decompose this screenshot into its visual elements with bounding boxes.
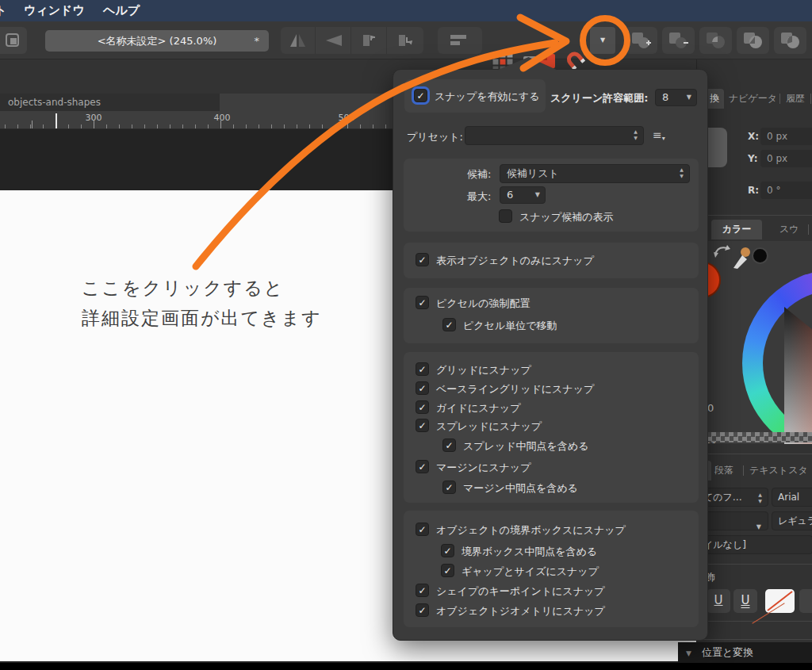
- document-title: <名称未設定> (245.0%): [98, 35, 217, 47]
- stepper-icon[interactable]: ▲ ▼: [756, 492, 764, 504]
- checkbox-label: シェイプのキーポイントにスナップ: [436, 584, 605, 599]
- boolean-divide-button[interactable]: [737, 27, 769, 54]
- checkbox-checked-icon[interactable]: ✓: [416, 381, 429, 395]
- candidates-value: 候補リスト: [507, 167, 559, 181]
- stepper-up-icon[interactable]: ▲: [634, 128, 638, 134]
- alignment-button[interactable]: [438, 27, 482, 54]
- checkbox-label: スナップ候補の表示: [519, 210, 614, 224]
- eyedropper-icon[interactable]: [732, 246, 751, 270]
- stroke-color-swatch[interactable]: [752, 247, 768, 264]
- tab-color[interactable]: カラー: [711, 220, 762, 239]
- hue-triangle[interactable]: [784, 307, 812, 444]
- stepper-icon[interactable]: ▲ ▼: [632, 128, 639, 141]
- preset-menu-button[interactable]: ≡▾: [653, 128, 665, 142]
- preset-select[interactable]: ▲ ▼: [465, 126, 644, 145]
- chevron-down-icon: ▼: [535, 191, 540, 198]
- checkbox-label: ベースライングリッドにスナップ: [436, 382, 594, 396]
- stepper-up-icon[interactable]: ▲: [758, 492, 762, 497]
- stepper-down-icon[interactable]: ▼: [634, 135, 638, 140]
- checkbox-checked-icon[interactable]: ✓: [441, 564, 454, 577]
- r-field[interactable]: 0 °: [760, 182, 812, 199]
- max-select[interactable]: 6 ▼: [500, 186, 546, 204]
- candidates-select[interactable]: 候補リスト ▲ ▼: [500, 164, 690, 183]
- flip-vertical-button[interactable]: [316, 27, 351, 54]
- chevron-down-icon: ▼: [687, 94, 691, 101]
- decoration-button-partial[interactable]: [799, 589, 812, 613]
- position-transform-bar[interactable]: ▼ 位置と変換: [678, 642, 812, 663]
- x-field[interactable]: 0 px: [760, 128, 812, 145]
- checkbox-unchecked-icon[interactable]: [499, 209, 512, 223]
- no-color-diagonal-icon: [765, 589, 795, 613]
- checkbox-label: スプレッド中間点を含める: [463, 439, 588, 454]
- rotate-cw-button[interactable]: [388, 27, 423, 54]
- checkbox-checked-icon[interactable]: ✓: [416, 603, 429, 617]
- boolean-intersect-button[interactable]: [699, 27, 732, 54]
- double-underline-button[interactable]: U: [733, 589, 757, 613]
- checkbox-label: スナップを有効にする: [435, 90, 539, 104]
- opacity-checker-strip[interactable]: [707, 432, 812, 442]
- ruler-cursor-marker: [56, 113, 57, 128]
- swap-colors-icon[interactable]: [713, 243, 732, 258]
- tab-paragraph[interactable]: 段落: [710, 461, 738, 480]
- snapping-options-panel: ✓ スナップを有効にする スクリーン許容範囲: 8 ▼ プリセット: ▲ ▼ ≡…: [393, 69, 708, 641]
- menu-item-partial: ト: [0, 3, 6, 18]
- menu-item-help[interactable]: ヘルプ: [103, 3, 140, 18]
- document-title-dropdown[interactable]: <名称未設定> (245.0%) *: [45, 30, 269, 52]
- checkbox-checked-icon[interactable]: ✓: [416, 362, 429, 376]
- underline-button[interactable]: U: [707, 589, 730, 613]
- checkbox-checked-icon[interactable]: ✓: [416, 584, 429, 597]
- checkbox-checked-icon[interactable]: ✓: [416, 253, 429, 266]
- tab-navigator[interactable]: ナビゲータ: [724, 89, 782, 109]
- checkbox-checked-icon[interactable]: ✓: [442, 438, 456, 452]
- boolean-subtract-icon: [668, 32, 689, 49]
- boolean-divide-icon: [743, 32, 764, 49]
- document-tab-label: objects-and-shapes: [8, 97, 101, 108]
- tab-history[interactable]: 履歴: [781, 89, 810, 109]
- flip-horizontal-button[interactable]: [281, 27, 316, 54]
- annotation-text: ここをクリックすると 詳細設定画面が出てきます: [82, 273, 322, 333]
- checkbox-label: スプレッドにスナップ: [436, 419, 542, 434]
- boolean-subtract-button[interactable]: [662, 27, 695, 54]
- document-tab-active[interactable]: objects-and-shapes: [0, 94, 220, 111]
- checkbox-checked-icon[interactable]: ✓: [416, 419, 429, 432]
- x-value: 0 px: [767, 131, 787, 142]
- annotation-line-1: ここをクリックすると: [82, 273, 322, 303]
- tab-text-styles-partial[interactable]: テキストスタ: [745, 461, 812, 480]
- checkbox-label: ピクセル単位で移動: [463, 319, 557, 333]
- checkbox-checked-icon[interactable]: ✓: [441, 544, 454, 557]
- boolean-combine-icon: [780, 32, 801, 49]
- collapse-triangle-icon[interactable]: ▼: [686, 643, 691, 664]
- no-color-swatch[interactable]: [765, 589, 795, 613]
- bottom-black-strip: [0, 663, 812, 670]
- divider: [697, 454, 812, 454]
- boolean-combine-button[interactable]: [774, 27, 806, 54]
- stepper-up-icon[interactable]: ▲: [680, 167, 684, 172]
- text-style-field[interactable]: イルなし]: [697, 535, 812, 554]
- font-name-field[interactable]: Arial: [772, 488, 812, 507]
- flip-horizontal-icon: [289, 33, 307, 48]
- rotate-ccw-button[interactable]: [352, 27, 387, 54]
- stepper-down-icon[interactable]: ▼: [758, 498, 762, 503]
- tool-button-partial[interactable]: [0, 27, 27, 54]
- checkbox-checked-icon[interactable]: ✓: [442, 318, 456, 331]
- stepper-icon[interactable]: ▲ ▼: [678, 167, 685, 179]
- alignment-icon: [450, 34, 469, 47]
- y-field[interactable]: 0 px: [760, 150, 812, 167]
- snapping-options-dropdown-button[interactable]: ▼: [590, 27, 615, 54]
- menu-item-window[interactable]: ウィンドウ: [24, 3, 85, 18]
- checkbox-checked-icon[interactable]: ✓: [414, 89, 427, 102]
- annotation-line-2: 詳細設定画面が出てきます: [82, 303, 322, 333]
- boolean-add-button[interactable]: [625, 27, 657, 54]
- decoration-buttons-row: U U: [697, 589, 812, 614]
- tolerance-select[interactable]: 8 ▼: [655, 89, 697, 106]
- checkbox-checked-icon[interactable]: ✓: [416, 296, 429, 309]
- divider: [697, 639, 812, 640]
- tab-swatches-partial[interactable]: スウ: [775, 220, 804, 239]
- checkbox-checked-icon[interactable]: ✓: [442, 480, 456, 494]
- checkbox-checked-icon[interactable]: ✓: [416, 400, 429, 414]
- color-panel-tabs: セ カラー スウ: [697, 220, 812, 241]
- checkbox-checked-icon[interactable]: ✓: [416, 460, 429, 473]
- stepper-down-icon[interactable]: ▼: [680, 173, 684, 178]
- checkbox-checked-icon[interactable]: ✓: [416, 523, 429, 536]
- font-weight-field[interactable]: レギュラ: [772, 511, 812, 530]
